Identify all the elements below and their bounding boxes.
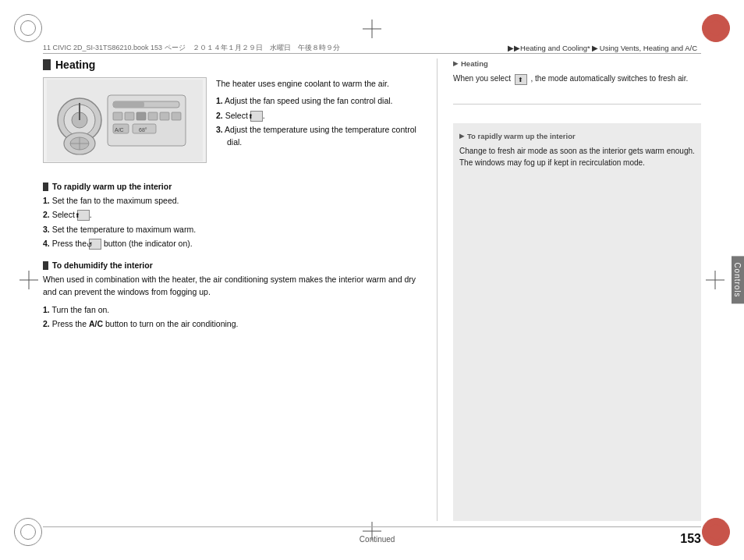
svg-rect-13	[172, 112, 181, 120]
step-1: 1. Adjust the fan speed using the fan co…	[216, 94, 421, 107]
note2-title: To rapidly warm up the interior	[459, 131, 695, 142]
breadcrumb-part2: Using Vents, Heating and A/C	[600, 44, 697, 52]
sub-heading-1: To rapidly warm up the interior	[43, 182, 421, 191]
sub-heading-bar-1	[43, 183, 48, 191]
svg-text:A/C: A/C	[115, 127, 124, 133]
sub1-step2: 2. Select ⬆.	[43, 208, 421, 221]
breadcrumb-sep: ▶	[592, 44, 598, 52]
note-2: To rapidly warm up the interior Change t…	[459, 131, 695, 168]
continued-text: Continued	[74, 535, 680, 544]
svg-rect-7	[113, 101, 144, 108]
svg-rect-8	[113, 112, 122, 120]
breadcrumb: ▶▶Heating and Cooling* ▶ Using Vents, He…	[508, 44, 697, 52]
bottom-area: Continued 153	[43, 532, 701, 546]
sub-heading-bar-2	[43, 261, 48, 270]
note2-body: Change to fresh air mode as soon as the …	[459, 145, 695, 168]
car-image: A/C 68°	[43, 77, 207, 163]
svg-rect-12	[160, 112, 169, 120]
note1-body: When you select ⬆ , the mode automatical…	[453, 73, 701, 84]
sub-section-1: To rapidly warm up the interior 1. Set t…	[43, 182, 421, 250]
content-area: Heating	[43, 58, 701, 521]
heading-bar-icon	[43, 59, 51, 70]
sub1-step1: 1. Set the fan to the maximum speed.	[43, 194, 421, 207]
sub2-step1: 1. Turn the fan on.	[43, 303, 421, 316]
ac-bold: A/C	[89, 319, 103, 328]
sub1-step3: 3. Set the temperature to maximum warm.	[43, 223, 421, 236]
corner-decoration-br	[702, 518, 730, 546]
right-column: Heating When you select ⬆ , the mode aut…	[437, 58, 701, 521]
sub1-step4: 4. Press the ↺ button (the indicator on)…	[43, 237, 421, 250]
note-1: Heating When you select ⬆ , the mode aut…	[453, 58, 701, 85]
crosshair-left	[19, 271, 38, 289]
select-icon-1: ⬆	[250, 111, 263, 122]
sidebar-controls-label: Controls	[732, 256, 744, 303]
left-column: Heating	[43, 58, 437, 521]
step-2: 2. Select ⬆.	[216, 109, 421, 122]
breadcrumb-part1: ▶▶Heating and Cooling*	[508, 44, 590, 52]
svg-rect-10	[136, 112, 146, 120]
svg-rect-9	[125, 112, 134, 120]
crosshair-top	[363, 19, 381, 38]
step3-num: 3.	[216, 125, 223, 134]
sub2-step2: 2. Press the A/C button to turn on the a…	[43, 317, 421, 330]
recirculate-icon: ↺	[89, 239, 101, 250]
svg-text:68°: 68°	[139, 127, 147, 133]
note-divider	[453, 104, 701, 105]
select-icon-2: ⬆	[77, 210, 90, 221]
section-title: Heating	[55, 58, 95, 71]
section-heading: Heating	[43, 58, 421, 71]
sub-section-2: To dehumidify the interior When used in …	[43, 261, 421, 330]
sub2-intro: When used in combination with the heater…	[43, 273, 421, 299]
note1-title: Heating	[453, 58, 701, 69]
header-divider	[43, 53, 701, 54]
svg-rect-11	[148, 112, 158, 120]
page-number: 153	[680, 532, 701, 546]
step1-num: 1.	[216, 96, 223, 105]
car-panel-svg: A/C 68°	[47, 80, 203, 161]
corner-decoration-bl	[14, 518, 42, 546]
intro-text: The heater uses engine coolant to warm t…	[216, 77, 421, 90]
bottom-divider	[43, 526, 701, 527]
step2-num: 2.	[216, 111, 223, 120]
select-icon-3: ⬆	[515, 74, 527, 85]
note-2-bg: To rapidly warm up the interior Change t…	[453, 123, 701, 521]
corner-decoration-tl	[14, 14, 42, 42]
main-instructions: The heater uses engine coolant to warm t…	[216, 77, 421, 171]
sub-heading-2: To dehumidify the interior	[43, 261, 421, 270]
step-3: 3. Adjust the temperature using the temp…	[216, 123, 421, 149]
crosshair-right	[706, 271, 725, 289]
corner-decoration-tr	[702, 14, 730, 42]
